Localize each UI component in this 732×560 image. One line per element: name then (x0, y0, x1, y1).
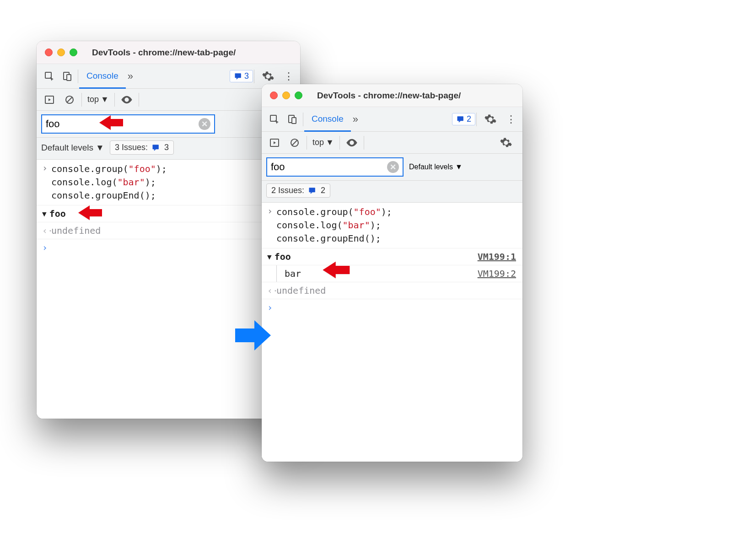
console-group-header[interactable]: ▼ foo VM11 (37, 205, 300, 222)
tab-console[interactable]: Console (304, 108, 351, 132)
issues-count: 3 (164, 143, 169, 152)
extras-row: Default levels ▼ 3 Issues: 3 (37, 138, 300, 160)
maximize-button[interactable] (295, 92, 302, 99)
clear-filter-icon[interactable]: ✕ (199, 118, 210, 130)
prompt-chevron-icon: › (42, 242, 51, 253)
svg-rect-2 (67, 75, 71, 81)
issues-count: 2 (321, 186, 325, 195)
disclosure-triangle-icon[interactable]: ▼ (42, 210, 47, 218)
titlebar: DevTools - chrome://new-tab-page/ (262, 84, 522, 107)
device-toggle-icon[interactable] (284, 110, 302, 129)
prompt-chevron-icon: › (267, 205, 276, 216)
levels-label: Default levels (409, 163, 453, 171)
console-settings-gear-icon[interactable] (497, 134, 515, 152)
code-block: console.group("foo"); console.log("bar")… (51, 162, 167, 202)
gear-icon[interactable] (259, 67, 277, 86)
return-chevron-icon: ‹· (267, 285, 276, 296)
live-expression-icon[interactable] (118, 91, 136, 109)
console-prompt-row[interactable]: › (262, 299, 522, 316)
prompt-chevron-icon: › (267, 302, 276, 313)
levels-label: Default levels (41, 143, 93, 153)
inspect-icon[interactable] (265, 110, 284, 129)
window-title: DevTools - chrome://new-tab-page/ (317, 91, 461, 101)
group-name: foo (49, 208, 66, 219)
gear-icon[interactable] (481, 110, 500, 129)
chevron-down-icon: ▼ (101, 95, 109, 104)
svg-line-14 (292, 140, 297, 145)
clear-filter-icon[interactable]: ✕ (387, 161, 399, 173)
maximize-button[interactable] (70, 48, 77, 56)
source-link[interactable]: VM199:2 (478, 268, 517, 279)
chevron-down-icon: ▼ (455, 163, 463, 171)
messages-badge[interactable]: 3 (230, 70, 253, 82)
devtools-window-left: DevTools - chrome://new-tab-page/ Consol… (37, 41, 300, 419)
console-input-echo: › console.group("foo"); console.log("bar… (262, 203, 522, 248)
chevron-down-icon: ▼ (326, 138, 334, 147)
devtools-window-right: DevTools - chrome://new-tab-page/ Consol… (262, 84, 522, 462)
log-levels-selector[interactable]: Default levels ▼ (41, 143, 104, 153)
inspect-icon[interactable] (40, 67, 59, 86)
clear-console-icon[interactable] (285, 134, 304, 152)
disclosure-triangle-icon[interactable]: ▼ (267, 253, 272, 261)
console-input-echo: › console.group("foo"); console.log("bar… (37, 160, 300, 205)
kebab-menu-icon[interactable]: ⋮ (281, 70, 296, 82)
tab-console[interactable]: Console (79, 65, 126, 89)
close-button[interactable] (270, 92, 278, 99)
messages-badge[interactable]: 2 (452, 113, 475, 125)
code-block: console.group("foo"); console.log("bar")… (276, 205, 392, 245)
svg-rect-15 (309, 188, 315, 192)
traffic-lights (45, 48, 77, 56)
filter-row: foo ✕ (37, 111, 300, 138)
console-output: › console.group("foo"); console.log("bar… (262, 203, 522, 462)
console-output: › console.group("foo"); console.log("bar… (37, 160, 300, 419)
filter-input[interactable]: foo ✕ (266, 157, 404, 177)
issues-badge[interactable]: 3 Issues: 3 (110, 140, 174, 155)
console-return-row: ‹· undefined (37, 222, 300, 239)
console-log-row: bar VM199:2 (262, 265, 522, 282)
context-label: top (312, 138, 324, 147)
window-title: DevTools - chrome://new-tab-page/ (92, 48, 236, 58)
live-expression-icon[interactable] (343, 134, 361, 152)
issues-label: 2 Issues: (271, 186, 304, 195)
context-label: top (87, 95, 99, 104)
console-group-header[interactable]: ▼ foo VM199:1 (262, 248, 522, 265)
console-subbar: top ▼ (262, 132, 522, 154)
filter-input[interactable]: foo ✕ (41, 114, 215, 134)
close-button[interactable] (45, 48, 53, 56)
prompt-chevron-icon: › (42, 162, 51, 173)
undefined-value: undefined (51, 225, 101, 236)
device-toggle-icon[interactable] (59, 67, 77, 86)
sidebar-toggle-icon[interactable] (40, 91, 59, 109)
annotation-arrow-icon (77, 203, 104, 225)
minimize-button[interactable] (282, 92, 290, 99)
issues-badge[interactable]: 2 Issues: 2 (266, 183, 330, 198)
sidebar-toggle-icon[interactable] (265, 134, 284, 152)
log-levels-selector[interactable]: Default levels ▼ (409, 163, 463, 171)
annotation-arrow-icon (98, 113, 125, 135)
context-selector[interactable]: top ▼ (85, 95, 112, 104)
context-selector[interactable]: top ▼ (310, 138, 337, 147)
svg-rect-3 (235, 73, 241, 78)
annotation-arrow-icon (321, 258, 352, 284)
return-chevron-icon: ‹· (42, 225, 51, 236)
more-tabs-icon[interactable]: » (351, 113, 360, 125)
kebab-menu-icon[interactable]: ⋮ (503, 113, 519, 125)
filter-row: foo ✕ Default levels ▼ (262, 154, 522, 181)
minimize-button[interactable] (57, 48, 65, 56)
transition-arrow-icon (232, 318, 274, 355)
source-link[interactable]: VM199:1 (478, 251, 517, 262)
svg-rect-7 (152, 145, 158, 149)
traffic-lights (270, 92, 302, 99)
main-toolbar: Console » 3 ⋮ (37, 64, 300, 89)
log-text: bar (285, 268, 301, 279)
svg-rect-11 (457, 116, 463, 121)
clear-console-icon[interactable] (60, 91, 79, 109)
console-return-row: ‹· undefined (262, 282, 522, 299)
filter-value: foo (271, 161, 384, 173)
more-tabs-icon[interactable]: » (126, 70, 135, 82)
chevron-down-icon: ▼ (96, 143, 104, 153)
main-toolbar: Console » 2 ⋮ (262, 107, 522, 132)
console-subbar: top ▼ 1 hidde (37, 89, 300, 111)
console-prompt-row[interactable]: › (37, 239, 300, 256)
svg-line-6 (67, 97, 72, 102)
